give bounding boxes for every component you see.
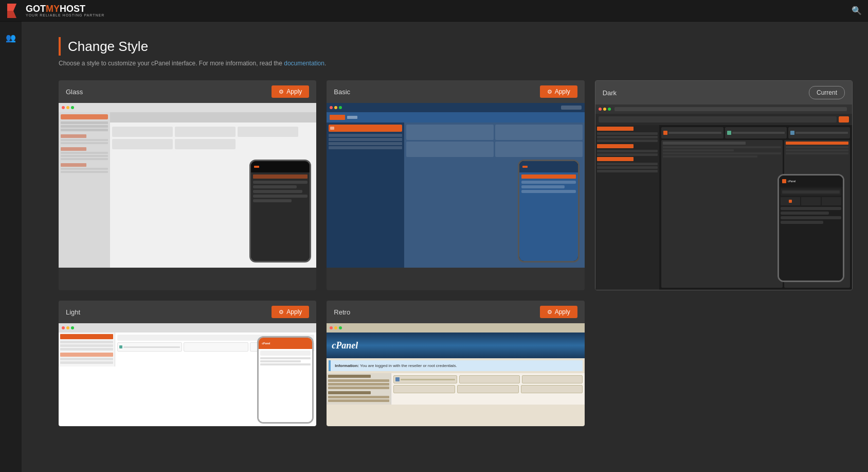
logo-sub: YOUR RELIABLE HOSTING PARTNER [26, 13, 104, 17]
style-card-retro: Retro ⚙ Apply cPanel [327, 301, 584, 426]
current-button-dark: Current [809, 86, 845, 99]
card-header-basic: Basic ⚙ Apply [327, 80, 584, 103]
style-name-light: Light [66, 308, 80, 316]
preview-retro: cPanel Information: You are logged in wi… [327, 323, 584, 426]
phone-mockup-glass [249, 160, 311, 263]
phone-mockup-light: cPanel [257, 336, 314, 424]
style-card-dark: Dark Current [595, 80, 853, 290]
style-card-glass: Glass ⚙ Apply [59, 80, 316, 290]
top-bar: GOTMYHOST YOUR RELIABLE HOSTING PARTNER … [0, 0, 868, 22]
page-title-bar: Change Style [59, 37, 853, 56]
gear-icon-basic: ⚙ [547, 89, 552, 95]
style-card-basic: Basic ⚙ Apply [327, 80, 584, 290]
style-name-retro: Retro [334, 308, 350, 316]
style-name-basic: Basic [334, 88, 350, 96]
card-header-retro: Retro ⚙ Apply [327, 301, 584, 323]
apply-button-light[interactable]: ⚙ Apply [272, 306, 309, 318]
card-header-dark: Dark Current [595, 81, 852, 104]
preview-light: cPanel [59, 323, 316, 426]
logo-main: GOTMYHOST [26, 4, 104, 13]
preview-basic [327, 103, 584, 268]
gear-icon-retro: ⚙ [547, 309, 552, 316]
sidebar: ⊞ 👥 [0, 0, 22, 472]
gear-icon: ⚙ [279, 89, 284, 95]
search-icon[interactable]: 🔍 [852, 6, 862, 15]
doc-link[interactable]: documentation [284, 60, 324, 67]
preview-dark: cPanel [595, 104, 852, 290]
style-name-glass: Glass [66, 88, 83, 96]
page-subtitle: Choose a style to customize your cPanel … [59, 60, 853, 67]
style-name-dark: Dark [603, 89, 617, 97]
phone-mockup-basic [518, 160, 580, 263]
phone-mockup-dark: cPanel [777, 174, 844, 282]
svg-marker-1 [7, 4, 16, 11]
logo-icon [6, 3, 23, 19]
card-header-glass: Glass ⚙ Apply [59, 80, 316, 103]
logo-text: GOTMYHOST YOUR RELIABLE HOSTING PARTNER [26, 4, 104, 17]
styles-grid: Glass ⚙ Apply [59, 80, 853, 426]
page-title: Change Style [68, 39, 148, 55]
gear-icon-light: ⚙ [279, 309, 284, 316]
apply-button-retro[interactable]: ⚙ Apply [540, 306, 577, 318]
sidebar-item-users[interactable]: 👥 [3, 30, 19, 45]
apply-button-glass[interactable]: ⚙ Apply [272, 85, 309, 98]
main-content: Change Style Choose a style to customize… [43, 22, 868, 472]
apply-button-basic[interactable]: ⚙ Apply [540, 85, 577, 98]
style-card-light: Light ⚙ Apply [59, 301, 316, 426]
preview-glass [59, 103, 316, 268]
title-accent [59, 37, 61, 56]
card-header-light: Light ⚙ Apply [59, 301, 316, 323]
top-bar-right: 🔍 [852, 6, 862, 15]
logo: GOTMYHOST YOUR RELIABLE HOSTING PARTNER [6, 3, 104, 19]
